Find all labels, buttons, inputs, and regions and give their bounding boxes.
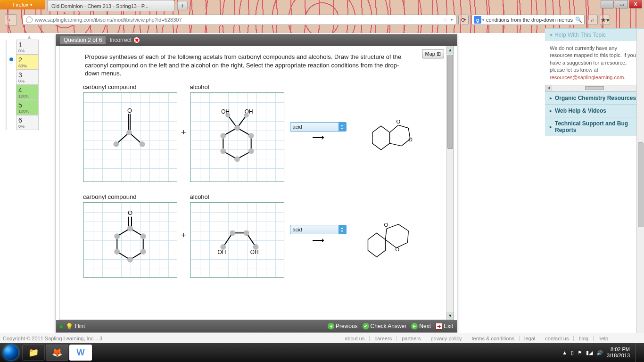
back-button[interactable]: ← <box>5 14 17 25</box>
qnav-item-4[interactable]: 4100% <box>7 85 53 100</box>
svg-text:O: O <box>128 209 132 216</box>
alcohol-canvas-2[interactable]: OHOH <box>190 202 284 278</box>
firefox-taskbar-item[interactable]: 🦊 <box>46 345 68 361</box>
bookmark-star-icon[interactable]: ☆ <box>443 16 448 23</box>
carbonyl-canvas-2[interactable]: O <box>83 202 177 278</box>
next-icon: ► <box>411 323 418 329</box>
word-taskbar-item[interactable]: W <box>69 345 92 361</box>
conditions-select-1[interactable]: acid ▲▼ <box>290 122 347 132</box>
search-bar[interactable]: g ▾ conditions from the drop-down menus … <box>471 15 585 25</box>
alcohol-canvas-1[interactable]: OHOH <box>190 92 284 182</box>
footer-link-about-us[interactable]: about us <box>340 336 369 341</box>
tray-up-icon[interactable]: ▲ <box>562 350 567 355</box>
alcohol-label-2: alcohol <box>190 193 284 200</box>
svg-point-7 <box>140 141 145 147</box>
url-bar[interactable]: www.saplinglearning.com/ibiscms/mod/ibis… <box>23 15 456 25</box>
select-value: acid <box>293 124 302 130</box>
hint-button[interactable]: ▶ 💡 Hint <box>60 323 85 330</box>
page-scroll-thumb[interactable] <box>638 142 644 227</box>
svg-point-44 <box>253 244 258 250</box>
acetone-structure: O <box>83 93 177 181</box>
search-icon[interactable]: 🔍 <box>575 16 582 23</box>
firefox-menu-button[interactable]: Firefox <box>0 0 45 9</box>
carbonyl-col-2: carbonyl compound O <box>83 193 177 278</box>
google-icon: g <box>474 16 481 24</box>
scroll-thumb[interactable] <box>447 55 453 149</box>
help-topic-text: We do not currently have any resources m… <box>545 41 644 85</box>
map-icon: ⊞ <box>437 51 441 57</box>
carbonyl-canvas-1[interactable]: O <box>83 92 177 182</box>
svg-marker-29 <box>117 228 143 259</box>
alcohol-label: alcohol <box>190 83 284 90</box>
resource-link-1[interactable]: Web Help & Videos <box>545 104 644 117</box>
battery-icon[interactable]: ▯ <box>571 350 574 356</box>
show-desktop-button[interactable] <box>636 343 640 362</box>
search-engine-dropdown-icon[interactable]: ▾ <box>482 18 484 22</box>
svg-text:O: O <box>396 119 400 124</box>
resource-link-2[interactable]: Technical Support and Bug Reports <box>545 117 644 136</box>
content-scrollbar[interactable]: ▲ ▼ <box>446 46 454 320</box>
panel-body: Map ⊞ Propose syntheses of each of the f… <box>59 46 454 320</box>
wifi-icon[interactable]: ▮◢ <box>586 350 593 356</box>
nav-row: ← www.saplinglearning.com/ibiscms/mod/ib… <box>0 13 644 26</box>
qnav-item-1[interactable]: 10% <box>7 40 53 55</box>
svg-point-16 <box>234 156 240 162</box>
question-nav: ▲ 10%283%30%4100%5100%60% <box>6 34 53 130</box>
qnav-item-6[interactable]: 60% <box>7 115 53 130</box>
close-window-button[interactable]: X <box>629 0 642 8</box>
reaction-row-2: carbonyl compound O + a <box>83 193 439 278</box>
resource-link-0[interactable]: Organic Chemistry Resources <box>545 91 644 104</box>
url-dropdown-icon[interactable]: ▾ <box>451 17 453 22</box>
scroll-up-icon[interactable]: ▲ <box>446 46 454 54</box>
qnav-item-5[interactable]: 5100% <box>7 100 53 115</box>
qnav-item-2[interactable]: 283% <box>7 55 53 70</box>
minimize-button[interactable]: — <box>601 0 614 8</box>
explorer-taskbar-item[interactable]: 📁 <box>22 345 45 361</box>
window-controls: — ▭ X <box>601 0 642 8</box>
svg-text:O: O <box>395 247 399 252</box>
previous-button[interactable]: ◄Previous <box>328 323 358 329</box>
volume-icon[interactable]: 🔊 <box>596 350 603 356</box>
hscroll-left-icon[interactable]: ◄ <box>545 85 552 91</box>
exit-button[interactable]: ➔Exit <box>436 323 453 329</box>
scroll-down-icon[interactable]: ▼ <box>446 312 454 320</box>
bookmarks-button[interactable]: ★▾ <box>600 15 610 25</box>
footer-link-legal[interactable]: legal <box>519 336 540 341</box>
home-button[interactable]: ⌂ <box>587 15 598 25</box>
resources-email-link[interactable]: resources@saplinglearning.com. <box>550 74 625 80</box>
qnav-item-3[interactable]: 30% <box>7 70 53 85</box>
flag-icon[interactable]: ⚑ <box>578 350 582 356</box>
check-answer-button[interactable]: ✔Check Answer <box>363 323 407 329</box>
search-text: conditions from the drop-down menus <box>486 17 573 23</box>
new-tab-button[interactable]: + <box>177 1 188 10</box>
prev-label: Previous <box>336 323 358 329</box>
clock[interactable]: 8:02 PM 3/18/2013 <box>607 346 630 359</box>
page-scrollbar[interactable] <box>636 29 644 343</box>
svg-point-20 <box>244 113 248 117</box>
footer-link-contact-us[interactable]: contact us <box>540 336 573 341</box>
map-button[interactable]: Map ⊞ <box>422 49 444 58</box>
hscroll-thumb[interactable] <box>552 85 637 91</box>
start-button[interactable] <box>0 343 22 362</box>
footer-link-privacy-policy[interactable]: privacy policy <box>426 336 467 341</box>
footer-link-careers[interactable]: careers <box>369 336 396 341</box>
footer-link-terms-&-conditions[interactable]: terms & conditions <box>467 336 519 341</box>
next-button[interactable]: ►Next <box>411 323 431 329</box>
svg-text:O: O <box>127 107 132 114</box>
svg-line-22 <box>389 125 398 132</box>
reload-button[interactable]: ⟳ <box>458 15 469 25</box>
svg-point-41 <box>220 244 226 250</box>
footer-link-partners[interactable]: partners <box>396 336 425 341</box>
nav-up-icon[interactable]: ▲ <box>6 34 53 40</box>
conditions-select-2[interactable]: acid ▲▼ <box>290 225 347 234</box>
carbonyl-label-2: carbonyl compound <box>83 193 177 200</box>
footer-link-help[interactable]: help <box>593 336 613 341</box>
browser-tab[interactable]: Old Dominion - Chem 213 - Spring13 - P..… <box>47 0 174 11</box>
question-content: Map ⊞ Propose syntheses of each of the f… <box>59 46 446 320</box>
next-label: Next <box>419 323 431 329</box>
footer-link-blog[interactable]: blog <box>573 336 593 341</box>
sidebar-hscroll[interactable]: ◄ ► <box>545 85 644 91</box>
help-topic-header[interactable]: ▾Help With This Topic <box>545 28 644 41</box>
maximize-button[interactable]: ▭ <box>615 0 628 8</box>
plus-sign: + <box>180 128 187 138</box>
